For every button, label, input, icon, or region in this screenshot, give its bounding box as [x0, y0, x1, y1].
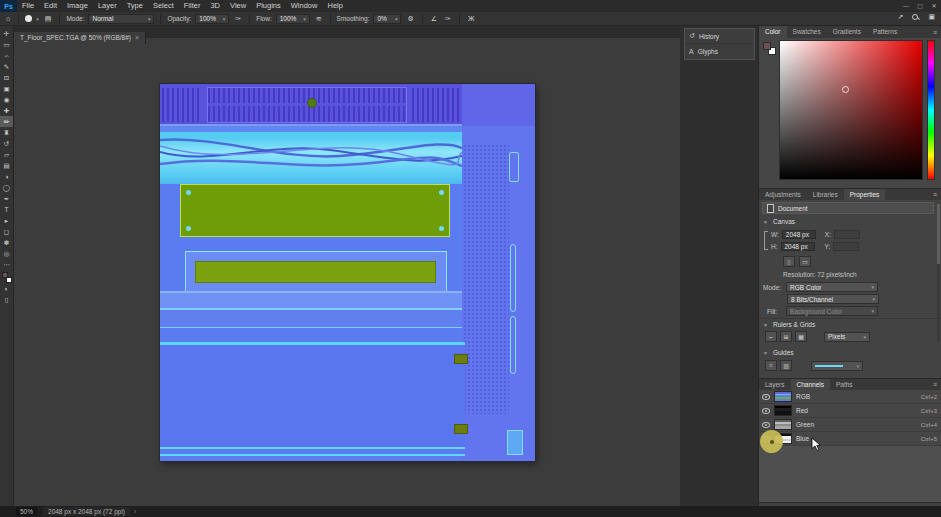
- brush-settings-icon[interactable]: ▤: [43, 15, 54, 23]
- pen-tool[interactable]: ✒: [0, 193, 13, 204]
- tab-paths[interactable]: Paths: [830, 379, 859, 391]
- maximize-button[interactable]: ▢: [913, 0, 927, 12]
- height-field[interactable]: 2048 px: [781, 242, 815, 251]
- menu-file[interactable]: File: [17, 0, 39, 12]
- home-icon[interactable]: ⌂: [4, 15, 12, 22]
- tab-patterns[interactable]: Patterns: [867, 26, 903, 38]
- healing-brush-tool[interactable]: ✚: [0, 105, 13, 116]
- blur-tool[interactable]: ◑: [0, 171, 13, 182]
- shape-tool[interactable]: ◻: [0, 226, 13, 237]
- tab-close-icon[interactable]: ×: [135, 34, 139, 41]
- menu-select[interactable]: Select: [148, 0, 179, 12]
- chevron-down-icon[interactable]: ▼: [763, 219, 768, 225]
- lasso-tool[interactable]: ∽: [0, 50, 13, 61]
- crop-tool[interactable]: ⊡: [0, 72, 13, 83]
- hue-slider[interactable]: [927, 40, 935, 180]
- guides-section-header[interactable]: Guides: [773, 349, 794, 356]
- saturation-brightness-picker[interactable]: [779, 40, 923, 180]
- rulers-toggle-button[interactable]: ⌐: [765, 331, 777, 342]
- marquee-tool[interactable]: ▭: [0, 39, 13, 50]
- quick-mask-button[interactable]: ◐: [0, 283, 13, 294]
- menu-image[interactable]: Image: [62, 0, 93, 12]
- guide-color-select[interactable]: ▾: [811, 361, 863, 371]
- bit-depth-select[interactable]: 8 Bits/Channel▾: [787, 294, 879, 304]
- menu-help[interactable]: Help: [322, 0, 347, 12]
- brush-tool[interactable]: ✏: [0, 116, 13, 127]
- color-swatches-mini[interactable]: [763, 42, 776, 55]
- panel-menu-icon[interactable]: ≡: [933, 29, 941, 36]
- width-field[interactable]: 2048 px: [782, 230, 816, 239]
- clone-stamp-tool[interactable]: ♜: [0, 127, 13, 138]
- panel-menu-icon[interactable]: ≡: [933, 191, 941, 198]
- smoothing-select[interactable]: 0%▾: [373, 14, 401, 24]
- history-brush-tool[interactable]: ↺: [0, 138, 13, 149]
- type-tool[interactable]: T: [0, 204, 13, 215]
- menu-view[interactable]: View: [225, 0, 251, 12]
- tab-adjustments[interactable]: Adjustments: [759, 189, 807, 201]
- tab-channels[interactable]: Channels: [791, 379, 830, 391]
- menu-filter[interactable]: Filter: [179, 0, 206, 12]
- gradient-tool[interactable]: ▤: [0, 160, 13, 171]
- screen-mode-button[interactable]: ▯: [0, 294, 13, 305]
- foreground-color-swatch[interactable]: [2, 272, 8, 278]
- foreground-background-colors[interactable]: [1, 272, 13, 283]
- share-icon[interactable]: ↗: [896, 13, 906, 21]
- pixel-grid-toggle-button[interactable]: ▦: [795, 331, 807, 342]
- menu-edit[interactable]: Edit: [39, 0, 62, 12]
- chevron-down-icon[interactable]: ▼: [763, 322, 768, 328]
- tab-color[interactable]: Color: [759, 26, 787, 38]
- channel-row-blue[interactable]: Blue Ctrl+5: [759, 432, 941, 446]
- glyphs-panel-button[interactable]: A Glyphs: [685, 44, 754, 59]
- smoothing-gear-icon[interactable]: ⚙: [405, 15, 415, 23]
- document-tab[interactable]: T_Floor_SPEC.TGA @ 50% (RGB/8#) ×: [14, 32, 146, 44]
- eyedropper-tool[interactable]: ◉: [0, 94, 13, 105]
- frame-tool[interactable]: ▣: [0, 83, 13, 94]
- panel-menu-icon[interactable]: ≡: [933, 381, 941, 388]
- zoom-level-field[interactable]: 50%: [16, 507, 37, 516]
- menu-type[interactable]: Type: [122, 0, 148, 12]
- search-icon[interactable]: [912, 14, 919, 21]
- grid-toggle-button[interactable]: ⊞: [780, 331, 792, 342]
- size-pressure-icon[interactable]: ✑: [443, 15, 453, 23]
- opacity-select[interactable]: 100%▾: [195, 14, 229, 24]
- symmetry-icon[interactable]: Ж: [466, 15, 476, 22]
- channel-row-rgb[interactable]: RGB Ctrl+2: [759, 390, 941, 404]
- minimize-button[interactable]: —: [899, 0, 913, 12]
- path-selection-tool[interactable]: ▸: [0, 215, 13, 226]
- document-properties-row[interactable]: Document: [762, 202, 934, 214]
- menu-plugins[interactable]: Plugins: [251, 0, 286, 12]
- flow-select[interactable]: 100%▾: [276, 14, 310, 24]
- tab-properties[interactable]: Properties: [844, 189, 886, 201]
- guide-layout-button[interactable]: ▥: [780, 360, 792, 371]
- canvas-image[interactable]: [160, 84, 535, 461]
- menu-layer[interactable]: Layer: [93, 0, 122, 12]
- canvas-section-header[interactable]: Canvas: [773, 218, 795, 225]
- history-panel-button[interactable]: ↺ History: [685, 29, 754, 44]
- dodge-tool[interactable]: ◯: [0, 182, 13, 193]
- tab-layers[interactable]: Layers: [759, 379, 791, 391]
- blend-mode-select[interactable]: Normal▾: [88, 14, 154, 24]
- rulers-grids-section-header[interactable]: Rulers & Grids: [773, 321, 815, 328]
- menu-window[interactable]: Window: [286, 0, 323, 12]
- tab-libraries[interactable]: Libraries: [807, 189, 844, 201]
- orientation-landscape-button[interactable]: ▭: [799, 256, 811, 267]
- eraser-tool[interactable]: ▱: [0, 149, 13, 160]
- workspace-icon[interactable]: ▣: [926, 13, 937, 21]
- zoom-tool[interactable]: ◎: [0, 248, 13, 259]
- hand-tool[interactable]: ✽: [0, 237, 13, 248]
- visibility-eye-icon[interactable]: [762, 394, 770, 400]
- move-tool[interactable]: ✛: [0, 28, 13, 39]
- visibility-eye-icon[interactable]: [762, 422, 770, 428]
- guides-toggle-button[interactable]: ⌗: [765, 360, 777, 371]
- link-dimensions-icon[interactable]: [764, 231, 768, 250]
- edit-toolbar-button[interactable]: ⋯: [0, 259, 13, 270]
- close-button[interactable]: ✕: [927, 0, 941, 12]
- status-chevron-icon[interactable]: ›: [134, 508, 136, 515]
- opacity-pressure-icon[interactable]: ✑: [233, 15, 243, 23]
- chevron-down-icon[interactable]: ▼: [763, 350, 768, 356]
- orientation-portrait-button[interactable]: ▯: [783, 256, 795, 267]
- airbrush-icon[interactable]: ≋: [314, 15, 324, 23]
- menu-3d[interactable]: 3D: [205, 0, 225, 12]
- quick-selection-tool[interactable]: ✎: [0, 61, 13, 72]
- tab-gradients[interactable]: Gradients: [827, 26, 867, 38]
